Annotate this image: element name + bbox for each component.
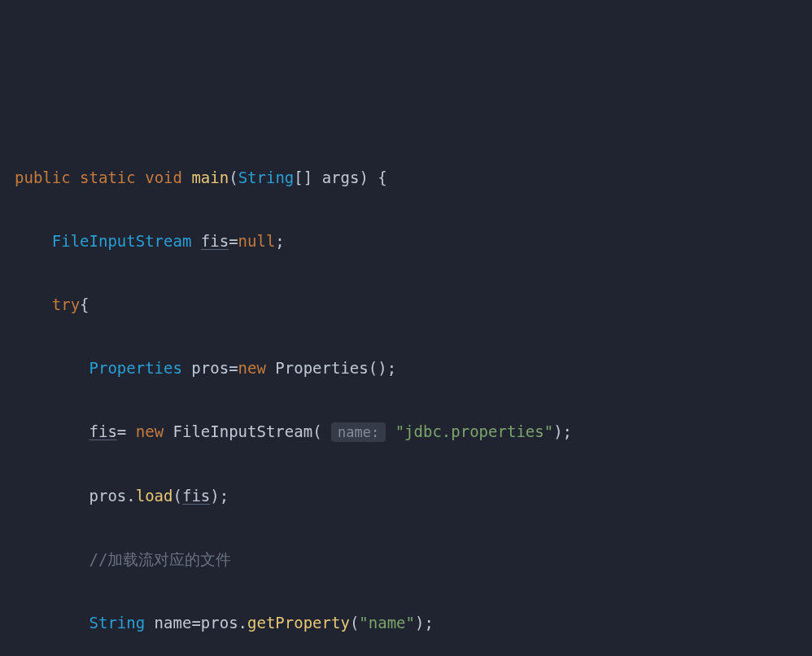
semi: ; [275,232,284,250]
semi: ; [220,487,229,505]
keyword-new: new [136,422,164,440]
type-properties: Properties [89,359,182,377]
keyword-null: null [238,232,276,250]
dot: . [238,614,247,632]
semi: ; [563,422,572,440]
ctor-properties: Properties [275,359,368,377]
keyword-public: public [15,168,71,186]
parameter-hint: name: [331,422,386,442]
code-line: pros.load(fis); [0,480,812,512]
op-eq: = [191,614,200,632]
code-line: String name=pros.getProperty("name"); [0,607,812,639]
code-line: FileInputStream fis=null; [0,225,812,257]
brace: { [80,295,89,313]
brace: { [378,168,386,186]
paren: ( [350,614,359,632]
ident-pros: pros [201,614,238,632]
string-jdbc: "jdbc.properties" [395,422,553,440]
method-load: load [136,487,173,505]
paren: ) [359,168,368,186]
keyword-try: try [52,295,80,313]
ctor-fileinputstream: FileInputStream [173,422,313,440]
dot: . [126,487,135,505]
keyword-static: static [80,168,136,186]
paren: ( [369,359,378,377]
op-eq: = [229,359,238,377]
string-name: "name" [359,614,415,632]
code-line: fis= new FileInputStream( name: "jdbc.pr… [0,416,812,448]
code-editor[interactable]: public static void main(String[] args) {… [0,127,812,656]
method-getproperty: getProperty [247,614,350,632]
bracket: [ [294,168,303,186]
type-string: String [238,168,295,186]
ident-args: args [322,168,360,186]
op-eq: = [117,422,126,440]
op-eq: = [229,232,238,250]
ident-name: name [155,614,192,632]
ident-pros: pros [191,359,229,377]
ident-fis: fis [89,422,117,440]
ident-fis: fis [182,487,210,505]
paren: ) [378,359,386,377]
code-line: public static void main(String[] args) { [0,162,812,194]
type-string: String [89,614,146,632]
paren: ) [415,614,424,632]
code-line: try{ [0,289,812,321]
ident-fis: fis [201,232,229,250]
semi: ; [424,614,433,632]
paren: ( [173,487,182,505]
keyword-new: new [238,359,266,377]
semi: ; [387,359,396,377]
code-line: //加载流对应的文件 [0,544,812,575]
paren: ( [229,168,238,186]
paren: ) [210,487,219,505]
paren: ) [553,422,562,440]
method-main: main [191,168,229,186]
keyword-void: void [145,168,182,186]
code-line: Properties pros=new Properties(); [0,352,812,384]
comment-loadfile: //加载流对应的文件 [89,550,232,568]
ident-pros: pros [89,487,127,505]
paren: ( [312,422,321,440]
bracket: ] [303,168,312,186]
type-fileinputstream: FileInputStream [52,232,192,250]
